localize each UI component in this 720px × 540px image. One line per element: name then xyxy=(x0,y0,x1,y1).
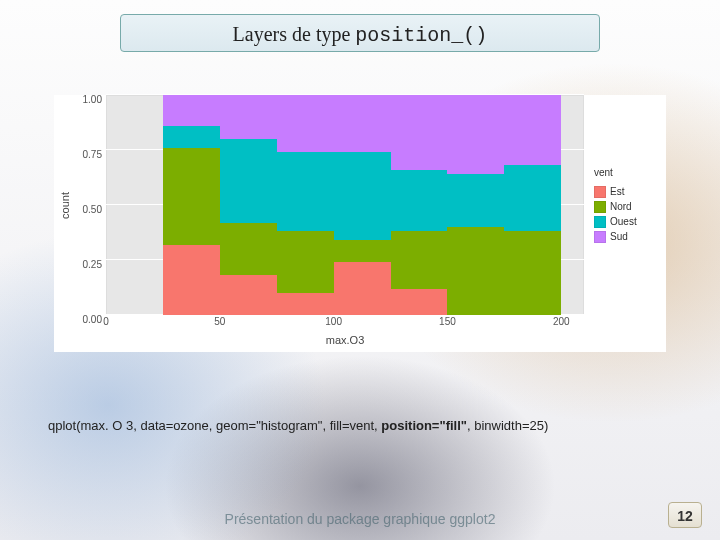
bar-column xyxy=(334,95,391,315)
bar-segment-sud xyxy=(504,95,561,165)
legend-label: Est xyxy=(610,185,624,199)
plot-panel xyxy=(106,95,584,315)
code-caption: qplot(max. O 3, data=ozone, geom="histog… xyxy=(48,418,548,435)
y-axis-ticks: 0.000.250.500.751.00 xyxy=(76,95,106,315)
bar-segment-sud xyxy=(391,95,448,170)
legend-swatch xyxy=(594,201,606,213)
bar-segment-ouest xyxy=(334,152,391,240)
legend-label: Sud xyxy=(610,230,628,244)
bar-column xyxy=(447,95,504,315)
legend-label: Ouest xyxy=(610,215,637,229)
x-axis-ticks: 050100150200 xyxy=(106,315,584,331)
bar-segment-est xyxy=(163,245,220,315)
bar-segment-est xyxy=(391,289,448,315)
title-prefix: Layers de type xyxy=(233,23,356,45)
bar-segment-est xyxy=(220,275,277,315)
bar-segment-nord xyxy=(391,231,448,288)
y-axis-label: count xyxy=(54,95,76,315)
footer-label: Présentation du package graphique ggplot… xyxy=(0,512,720,526)
bar-column xyxy=(277,95,334,315)
bar-column xyxy=(504,95,561,315)
bar-segment-ouest xyxy=(504,165,561,231)
bar-segment-nord xyxy=(447,227,504,315)
bar-segment-ouest xyxy=(163,126,220,148)
legend-item: Nord xyxy=(594,200,666,214)
bar-segment-nord xyxy=(277,231,334,293)
legend-item: Est xyxy=(594,185,666,199)
title-mono: position_() xyxy=(355,24,487,47)
bar-segment-est xyxy=(277,293,334,315)
legend-swatch xyxy=(594,231,606,243)
bar-segment-sud xyxy=(447,95,504,174)
legend: vent EstNordOuestSud xyxy=(584,95,666,315)
bar-segment-est xyxy=(334,262,391,315)
bar-segment-sud xyxy=(277,95,334,152)
bar-segment-sud xyxy=(163,95,220,126)
bar-segment-ouest xyxy=(391,170,448,232)
bar-column xyxy=(163,95,220,315)
bar-segment-ouest xyxy=(220,139,277,223)
legend-swatch xyxy=(594,216,606,228)
bar-segment-ouest xyxy=(277,152,334,231)
legend-item: Ouest xyxy=(594,215,666,229)
bar-segment-nord xyxy=(220,223,277,276)
bar-segment-sud xyxy=(220,95,277,139)
legend-swatch xyxy=(594,186,606,198)
slide-title: Layers de type position_() xyxy=(120,14,600,52)
legend-item: Sud xyxy=(594,230,666,244)
legend-title: vent xyxy=(594,166,666,180)
bar-segment-nord xyxy=(334,240,391,262)
x-axis-label: max.O3 xyxy=(24,331,666,352)
legend-label: Nord xyxy=(610,200,632,214)
chart-container: count 0.000.250.500.751.00 vent EstNordO… xyxy=(54,95,666,352)
bar-segment-ouest xyxy=(447,174,504,227)
bar-column xyxy=(391,95,448,315)
bar-segment-nord xyxy=(163,148,220,245)
bar-segment-sud xyxy=(334,95,391,152)
bar-column xyxy=(220,95,277,315)
page-number-badge: 12 xyxy=(668,502,702,528)
bar-segment-nord xyxy=(504,231,561,315)
